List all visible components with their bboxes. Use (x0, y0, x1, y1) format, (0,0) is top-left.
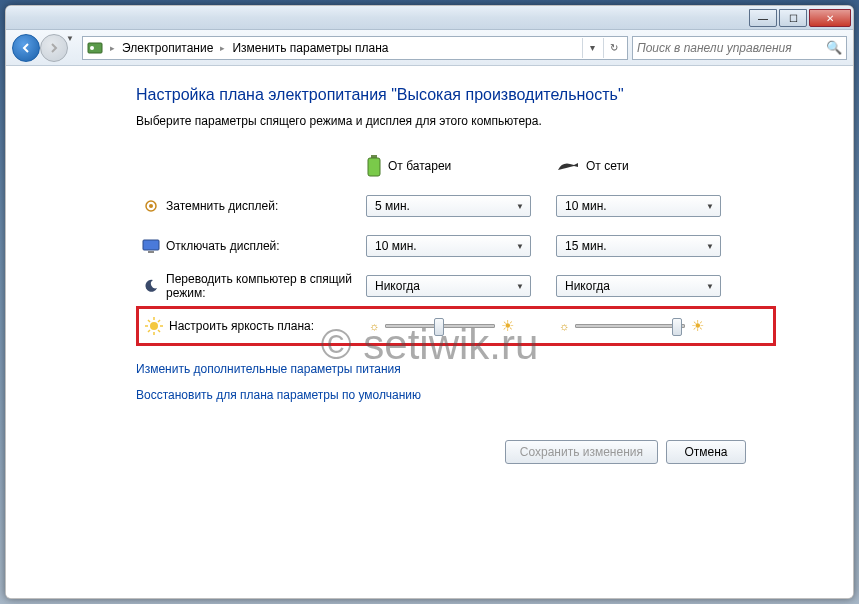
svg-point-8 (150, 322, 158, 330)
breadcrumb-separator: ▸ (220, 43, 225, 53)
navbar: ▼ ▸ Электропитание ▸ Изменить параметры … (6, 30, 853, 66)
dim-display-icon (143, 198, 159, 214)
chevron-down-icon: ▼ (706, 282, 714, 291)
address-bar-buttons: ▾ ↻ (582, 38, 623, 58)
brightness-high-icon: ☀ (691, 317, 704, 335)
off-plugged-dropdown[interactable]: 15 мин. ▼ (556, 235, 721, 257)
cancel-button[interactable]: Отмена (666, 440, 746, 464)
button-row: Сохранить изменения Отмена (136, 440, 746, 464)
setting-row-brightness: Настроить яркость плана: ☼ ☀ ☼ ☀ (136, 306, 776, 346)
address-bar[interactable]: ▸ Электропитание ▸ Изменить параметры пл… (82, 36, 628, 60)
brightness-low-icon: ☼ (369, 320, 379, 332)
control-panel-icon (87, 40, 103, 56)
breadcrumb-item[interactable]: Электропитание (122, 41, 213, 55)
svg-rect-6 (143, 240, 159, 250)
dim-plugged-dropdown[interactable]: 10 мин. ▼ (556, 195, 721, 217)
nav-back-button[interactable] (12, 34, 40, 62)
dim-battery-dropdown[interactable]: 5 мин. ▼ (366, 195, 531, 217)
plug-icon (556, 158, 580, 174)
svg-line-16 (148, 330, 150, 332)
svg-point-1 (90, 46, 94, 50)
sleep-icon (143, 278, 159, 294)
svg-point-5 (149, 204, 153, 208)
setting-label: Настроить яркость плана: (169, 319, 314, 333)
dropdown-value: 10 мин. (375, 239, 417, 253)
setting-label: Отключать дисплей: (166, 239, 280, 253)
save-button[interactable]: Сохранить изменения (505, 440, 658, 464)
setting-row-sleep: Переводить компьютер в спящий режим: Ник… (136, 266, 776, 306)
chevron-down-icon: ▼ (516, 242, 524, 251)
off-battery-dropdown[interactable]: 10 мин. ▼ (366, 235, 531, 257)
close-button[interactable]: ✕ (809, 9, 851, 27)
arrow-right-icon (47, 41, 61, 55)
breadcrumb-item[interactable]: Изменить параметры плана (232, 41, 388, 55)
svg-line-13 (148, 320, 150, 322)
minimize-button[interactable]: — (749, 9, 777, 27)
svg-line-15 (158, 320, 160, 322)
setting-row-dim: Затемнить дисплей: 5 мин. ▼ 10 мин. ▼ (136, 186, 776, 226)
dropdown-value: 15 мин. (565, 239, 607, 253)
column-label-battery: От батареи (388, 159, 451, 173)
search-icon[interactable]: 🔍 (826, 40, 842, 55)
brightness-plugged-slider[interactable] (575, 324, 685, 328)
column-label-plugged: От сети (586, 159, 629, 173)
titlebar: — ☐ ✕ (6, 6, 853, 30)
setting-label: Затемнить дисплей: (166, 199, 278, 213)
content-area: Настройка плана электропитания "Высокая … (6, 66, 853, 598)
chevron-down-icon: ▼ (516, 282, 524, 291)
display-off-icon (142, 238, 160, 254)
arrow-left-icon (19, 41, 33, 55)
svg-rect-7 (148, 251, 154, 253)
chevron-down-icon: ▼ (706, 242, 714, 251)
search-input[interactable] (637, 41, 826, 55)
maximize-button[interactable]: ☐ (779, 9, 807, 27)
brightness-low-icon: ☼ (559, 320, 569, 332)
page-heading: Настройка плана электропитания "Высокая … (136, 86, 776, 104)
dropdown-value: Никогда (565, 279, 610, 293)
svg-line-14 (158, 330, 160, 332)
setting-label: Переводить компьютер в спящий режим: (166, 272, 352, 300)
nav-forward-button[interactable] (40, 34, 68, 62)
column-header-row: От батареи От сети (136, 146, 776, 186)
window: — ☐ ✕ ▼ ▸ Электропитание ▸ Изменить пара… (5, 5, 854, 599)
dropdown-value: Никогда (375, 279, 420, 293)
sleep-battery-dropdown[interactable]: Никогда ▼ (366, 275, 531, 297)
search-box[interactable]: 🔍 (632, 36, 847, 60)
page-subtext: Выберите параметры спящего режима и дисп… (136, 114, 776, 128)
svg-rect-3 (368, 158, 380, 176)
chevron-down-icon: ▼ (706, 202, 714, 211)
sleep-plugged-dropdown[interactable]: Никогда ▼ (556, 275, 721, 297)
brightness-battery-slider[interactable] (385, 324, 495, 328)
breadcrumb-separator: ▸ (110, 43, 115, 53)
address-dropdown-button[interactable]: ▾ (582, 38, 602, 58)
brightness-high-icon: ☀ (501, 317, 514, 335)
nav-history-dropdown[interactable]: ▼ (66, 34, 78, 62)
brightness-icon (145, 317, 163, 335)
restore-defaults-link[interactable]: Восстановить для плана параметры по умол… (136, 388, 776, 402)
advanced-settings-link[interactable]: Изменить дополнительные параметры питани… (136, 362, 776, 376)
slider-thumb[interactable] (672, 318, 682, 336)
chevron-down-icon: ▼ (516, 202, 524, 211)
dropdown-value: 5 мин. (375, 199, 410, 213)
nav-button-group: ▼ (12, 34, 78, 62)
refresh-button[interactable]: ↻ (603, 38, 623, 58)
slider-thumb[interactable] (434, 318, 444, 336)
battery-icon (366, 155, 382, 177)
dropdown-value: 10 мин. (565, 199, 607, 213)
setting-row-off: Отключать дисплей: 10 мин. ▼ 15 мин. ▼ (136, 226, 776, 266)
